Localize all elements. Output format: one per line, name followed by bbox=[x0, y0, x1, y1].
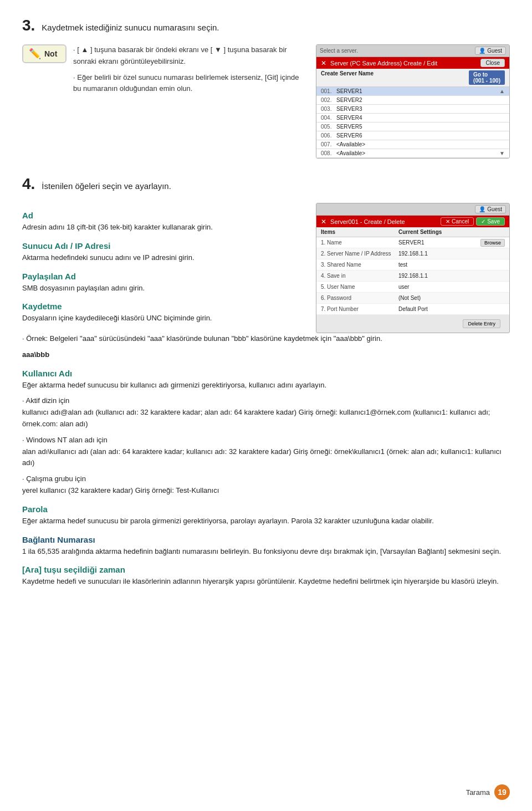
section-heading-ad: Ad bbox=[22, 211, 305, 220]
page-number-badge: 19 bbox=[494, 784, 510, 800]
server-item-7[interactable]: 007. <Available> bbox=[316, 140, 509, 149]
section-heading-kullanici: Kullanıcı Adı bbox=[22, 369, 510, 378]
step3-header: 3. Kaydetmek istediğiniz sunucu numarası… bbox=[22, 17, 510, 34]
row-value: Default Port bbox=[398, 306, 505, 312]
guest-button[interactable]: 👤 Guest bbox=[475, 47, 506, 55]
server-item-1[interactable]: 001. SERVER1 ▲ bbox=[316, 87, 509, 96]
screenshot2-row-1[interactable]: 1. Name SERVER1 Browse bbox=[316, 237, 509, 248]
step3-number: 3. bbox=[22, 17, 35, 34]
screenshot2-title: ✕ Server001 - Create / Delete bbox=[321, 218, 405, 226]
delete-entry-button[interactable]: Delete Entry bbox=[463, 319, 500, 328]
server-num: 002. bbox=[321, 97, 336, 103]
step3-title: Kaydetmek istediğiniz sunucu numarasını … bbox=[42, 23, 219, 32]
title-buttons: ✕ Cancel ✓ Save bbox=[441, 217, 505, 226]
server-num: 007. bbox=[321, 141, 336, 147]
scroll-up-icon: ▲ bbox=[499, 88, 505, 94]
screenshot2-row-7[interactable]: 7. Port Number Default Port bbox=[316, 304, 509, 315]
section-body-ad: Adresin adını 18 çift-bit (36 tek-bit) k… bbox=[22, 222, 305, 233]
server-name: SERVER4 bbox=[336, 115, 505, 121]
section-body-baglanti: 1 ila 65,535 aralığında aktarma hedefini… bbox=[22, 546, 510, 558]
step4-number: 4. bbox=[22, 175, 35, 193]
row-value: user bbox=[398, 284, 505, 290]
cancel-button[interactable]: ✕ Cancel bbox=[441, 217, 474, 226]
server-num: 003. bbox=[321, 106, 336, 112]
user-icon: 👤 bbox=[479, 48, 485, 54]
header-name: Create Server Name bbox=[321, 70, 374, 85]
guest-label: Guest bbox=[487, 48, 502, 54]
section-body-kaydetme: Dosyaların içine kaydedileceği klasörü U… bbox=[22, 313, 305, 324]
row-item: 5. User Name bbox=[321, 284, 398, 290]
section-body-sunucu: Aktarma hedefindeki sunucu adını ve IP a… bbox=[22, 252, 305, 264]
screenshot2-row-3[interactable]: 3. Shared Name test bbox=[316, 259, 509, 271]
screenshot2-titlebar: ✕ Server001 - Create / Delete ✕ Cancel ✓… bbox=[316, 216, 509, 227]
row-item: 2. Server Name / IP Address bbox=[321, 251, 398, 257]
section-heading-baglanti: Bağlantı Numarası bbox=[22, 535, 510, 544]
server-item-3[interactable]: 003. SERVER3 bbox=[316, 105, 509, 114]
server-name: SERVER5 bbox=[336, 124, 505, 130]
note-label: Not bbox=[44, 49, 57, 58]
step4-header: 4. İstenilen öğeleri seçin ve ayarlayın. bbox=[22, 175, 510, 193]
server-num: 008. bbox=[321, 150, 336, 156]
screenshot1-topbar: Select a server. 👤 Guest bbox=[316, 45, 509, 57]
screenshot1-title: ✕ Server (PC Save Address) Create / Edit bbox=[321, 59, 437, 67]
save-button[interactable]: ✓ Save bbox=[476, 217, 505, 226]
screenshot2-row-6[interactable]: 6. Password (Not Set) bbox=[316, 293, 509, 304]
footer-label: Tarama bbox=[466, 788, 490, 797]
close-button[interactable]: Close bbox=[480, 59, 505, 67]
goto-box[interactable]: Go to(001 - 100) bbox=[469, 70, 505, 85]
browse-button[interactable]: Browse bbox=[480, 239, 505, 247]
server-item-8[interactable]: 008. <Available> ▼ bbox=[316, 149, 509, 158]
user-icon2: 👤 bbox=[479, 206, 485, 212]
screenshot1-column-headers: Create Server Name Go to(001 - 100) bbox=[316, 69, 509, 87]
server-item-2[interactable]: 002. SERVER2 bbox=[316, 96, 509, 105]
col-current-label: Current Settings bbox=[398, 229, 505, 235]
page-footer: Tarama 19 bbox=[466, 784, 510, 800]
screenshot2-row-5[interactable]: 5. User Name user bbox=[316, 282, 509, 293]
screenshot2-row-4[interactable]: 4. Save in 192.168.1.1 bbox=[316, 271, 509, 282]
guest-button2[interactable]: 👤 Guest bbox=[475, 205, 506, 213]
server-name: <Available> bbox=[336, 141, 505, 147]
section-heading-parola: Parola bbox=[22, 504, 510, 514]
section-body-parola: Eğer aktarma hedef sunucusu bir parola g… bbox=[22, 516, 510, 527]
screenshot2-row-2[interactable]: 2. Server Name / IP Address 192.168.1.1 bbox=[316, 248, 509, 259]
server-name: SERVER3 bbox=[336, 106, 505, 112]
screenshot2: 👤 Guest ✕ Server001 - Create / Delete ✕ bbox=[316, 203, 510, 333]
server-list: 001. SERVER1 ▲ 002. SERVER2 003. SERVER3… bbox=[316, 87, 509, 158]
step4-title: İstenilen öğeleri seçin ve ayarlayın. bbox=[42, 181, 171, 191]
kullanici-bullet-3: · Çalışma grubu içinyerel kullanıcı (32 … bbox=[22, 473, 510, 497]
row-item: 4. Save in bbox=[321, 273, 398, 279]
screenshot1-titlebar: ✕ Server (PC Save Address) Create / Edit… bbox=[316, 57, 509, 69]
server-num: 001. bbox=[321, 88, 336, 94]
step4-left: Ad Adresin adını 18 çift-bit (36 tek-bit… bbox=[22, 203, 305, 329]
note-box: ✏️ Not · [ ▲ ] tuşuna basarak bir öndeki… bbox=[22, 44, 305, 95]
guest-label2: Guest bbox=[487, 206, 502, 212]
section-heading-sunucu: Sunucu Adı / IP Adresi bbox=[22, 241, 305, 251]
note-bullet-1: · [ ▲ ] tuşuna basarak bir öndeki ekranı… bbox=[73, 44, 305, 68]
row-value: 192.168.1.1 bbox=[398, 251, 505, 257]
server-num: 004. bbox=[321, 115, 336, 121]
row-value: 192.168.1.1 bbox=[398, 273, 505, 279]
note-badge: ✏️ Not bbox=[22, 44, 66, 63]
server-num: 006. bbox=[321, 132, 336, 139]
server-item-4[interactable]: 004. SERVER4 bbox=[316, 114, 509, 123]
note-text: · [ ▲ ] tuşuna basarak bir öndeki ekranı… bbox=[73, 44, 305, 95]
screenshot1-topbar-label: Select a server. bbox=[320, 48, 358, 54]
row-item: 1. Name bbox=[321, 239, 398, 246]
note-bullet-2: · Eğer belirli bir özel sunucu numarası … bbox=[73, 72, 305, 95]
step3-content: ✏️ Not · [ ▲ ] tuşuna basarak bir öndeki… bbox=[22, 44, 510, 159]
server-item-6[interactable]: 006. SERVER6 bbox=[316, 131, 509, 140]
kaydetme-example: · Örnek: Belgeleri "aaa" sürücüsündeki "… bbox=[22, 333, 510, 345]
server-name: SERVER1 bbox=[336, 88, 499, 94]
check-icon: ✓ bbox=[481, 218, 485, 225]
screenshot2-footer: Delete Entry bbox=[316, 315, 509, 333]
scroll-down-icon: ▼ bbox=[499, 150, 505, 156]
x-icon3: ✕ bbox=[446, 218, 450, 225]
section-body-kullanici: Eğer aktarma hedef sunucusu bir kullanıc… bbox=[22, 380, 510, 391]
step3-right: Select a server. 👤 Guest ✕ Server (PC Sa… bbox=[316, 44, 510, 159]
section-heading-ara: [Ara] tuşu seçildiği zaman bbox=[22, 565, 510, 574]
kullanici-bullet-2: · Windows NT alan adı içinalan adı\kulla… bbox=[22, 435, 510, 469]
row-item: 3. Shared Name bbox=[321, 262, 398, 268]
server-item-5[interactable]: 005. SERVER5 bbox=[316, 123, 509, 131]
row-value: SERVER1 bbox=[398, 239, 478, 246]
screenshot2-column-headers: Items Current Settings bbox=[316, 227, 509, 237]
